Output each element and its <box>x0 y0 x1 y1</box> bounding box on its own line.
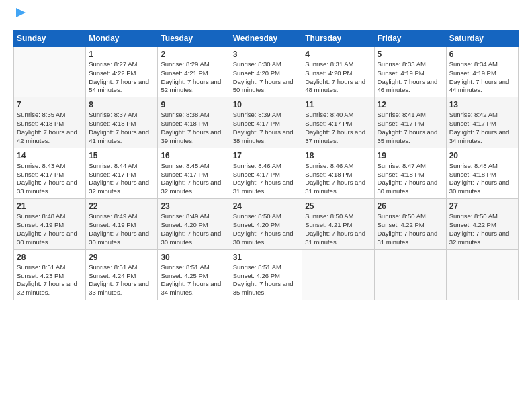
calendar-week-2: 7Sunrise: 8:35 AM Sunset: 4:18 PM Daylig… <box>14 97 519 148</box>
day-info: Sunrise: 8:51 AM Sunset: 4:25 PM Dayligh… <box>161 263 226 298</box>
day-number: 7 <box>17 99 83 110</box>
day-info: Sunrise: 8:49 AM Sunset: 4:19 PM Dayligh… <box>89 212 154 246</box>
calendar-cell: 5Sunrise: 8:33 AM Sunset: 4:19 PM Daylig… <box>374 46 446 97</box>
calendar-cell: 2Sunrise: 8:29 AM Sunset: 4:21 PM Daylig… <box>158 46 230 97</box>
day-number: 29 <box>89 252 154 263</box>
day-number: 27 <box>449 201 515 212</box>
day-number: 16 <box>161 150 226 161</box>
calendar-cell: 20Sunrise: 8:48 AM Sunset: 4:18 PM Dayli… <box>446 148 518 198</box>
calendar-body: 1Sunrise: 8:27 AM Sunset: 4:22 PM Daylig… <box>14 46 519 300</box>
day-info: Sunrise: 8:40 AM Sunset: 4:17 PM Dayligh… <box>305 111 371 145</box>
day-info: Sunrise: 8:50 AM Sunset: 4:22 PM Dayligh… <box>378 212 443 246</box>
calendar-cell <box>302 249 374 300</box>
day-number: 17 <box>233 150 300 161</box>
day-info: Sunrise: 8:50 AM Sunset: 4:22 PM Dayligh… <box>449 212 515 246</box>
calendar-week-4: 21Sunrise: 8:48 AM Sunset: 4:19 PM Dayli… <box>14 199 519 249</box>
logo-arrow-icon <box>15 7 27 19</box>
calendar-cell: 18Sunrise: 8:46 AM Sunset: 4:18 PM Dayli… <box>302 148 374 198</box>
day-info: Sunrise: 8:34 AM Sunset: 4:19 PM Dayligh… <box>449 60 515 95</box>
day-info: Sunrise: 8:51 AM Sunset: 4:26 PM Dayligh… <box>233 263 300 298</box>
day-info: Sunrise: 8:27 AM Sunset: 4:22 PM Dayligh… <box>89 60 154 95</box>
day-of-week-tuesday: Tuesday <box>158 30 230 46</box>
day-info: Sunrise: 8:33 AM Sunset: 4:19 PM Dayligh… <box>378 60 443 95</box>
day-number: 5 <box>378 49 443 60</box>
calendar-cell: 16Sunrise: 8:45 AM Sunset: 4:17 PM Dayli… <box>158 148 230 198</box>
day-info: Sunrise: 8:29 AM Sunset: 4:21 PM Dayligh… <box>161 60 226 95</box>
day-number: 4 <box>305 49 371 60</box>
day-info: Sunrise: 8:38 AM Sunset: 4:18 PM Dayligh… <box>161 111 226 145</box>
calendar-week-5: 28Sunrise: 8:51 AM Sunset: 4:23 PM Dayli… <box>14 249 519 300</box>
day-number: 31 <box>233 252 300 263</box>
day-info: Sunrise: 8:41 AM Sunset: 4:17 PM Dayligh… <box>378 111 443 145</box>
day-info: Sunrise: 8:30 AM Sunset: 4:20 PM Dayligh… <box>233 60 300 95</box>
calendar-week-1: 1Sunrise: 8:27 AM Sunset: 4:22 PM Daylig… <box>14 46 519 97</box>
calendar-cell: 13Sunrise: 8:42 AM Sunset: 4:17 PM Dayli… <box>446 97 518 148</box>
calendar-cell: 24Sunrise: 8:50 AM Sunset: 4:20 PM Dayli… <box>230 199 302 249</box>
calendar-cell: 29Sunrise: 8:51 AM Sunset: 4:24 PM Dayli… <box>86 249 158 300</box>
calendar-cell: 27Sunrise: 8:50 AM Sunset: 4:22 PM Dayli… <box>446 199 518 249</box>
day-info: Sunrise: 8:48 AM Sunset: 4:19 PM Dayligh… <box>17 212 83 246</box>
day-info: Sunrise: 8:48 AM Sunset: 4:18 PM Dayligh… <box>449 162 515 196</box>
day-info: Sunrise: 8:43 AM Sunset: 4:17 PM Dayligh… <box>17 162 83 196</box>
calendar-cell: 22Sunrise: 8:49 AM Sunset: 4:19 PM Dayli… <box>86 199 158 249</box>
day-number: 19 <box>378 150 443 161</box>
calendar-cell: 9Sunrise: 8:38 AM Sunset: 4:18 PM Daylig… <box>158 97 230 148</box>
calendar-cell: 19Sunrise: 8:47 AM Sunset: 4:18 PM Dayli… <box>374 148 446 198</box>
logo <box>13 11 27 24</box>
calendar-cell: 11Sunrise: 8:40 AM Sunset: 4:17 PM Dayli… <box>302 97 374 148</box>
day-of-week-friday: Friday <box>374 30 446 46</box>
calendar-cell: 31Sunrise: 8:51 AM Sunset: 4:26 PM Dayli… <box>230 249 302 300</box>
day-of-week-sunday: Sunday <box>14 30 86 46</box>
calendar-cell: 15Sunrise: 8:44 AM Sunset: 4:17 PM Dayli… <box>86 148 158 198</box>
day-number: 18 <box>305 150 371 161</box>
header <box>13 11 519 24</box>
calendar-cell: 30Sunrise: 8:51 AM Sunset: 4:25 PM Dayli… <box>158 249 230 300</box>
calendar-cell: 28Sunrise: 8:51 AM Sunset: 4:23 PM Dayli… <box>14 249 86 300</box>
page: SundayMondayTuesdayWednesdayThursdayFrid… <box>0 0 532 411</box>
day-number: 20 <box>449 150 515 161</box>
calendar-cell: 25Sunrise: 8:50 AM Sunset: 4:21 PM Dayli… <box>302 199 374 249</box>
calendar-cell: 26Sunrise: 8:50 AM Sunset: 4:22 PM Dayli… <box>374 199 446 249</box>
day-number: 24 <box>233 201 300 212</box>
calendar-cell: 8Sunrise: 8:37 AM Sunset: 4:18 PM Daylig… <box>86 97 158 148</box>
day-info: Sunrise: 8:45 AM Sunset: 4:17 PM Dayligh… <box>161 162 226 196</box>
calendar-cell: 17Sunrise: 8:46 AM Sunset: 4:17 PM Dayli… <box>230 148 302 198</box>
calendar-cell: 4Sunrise: 8:31 AM Sunset: 4:20 PM Daylig… <box>302 46 374 97</box>
svg-marker-0 <box>16 8 26 17</box>
calendar-cell: 23Sunrise: 8:49 AM Sunset: 4:20 PM Dayli… <box>158 199 230 249</box>
calendar-cell <box>374 249 446 300</box>
day-info: Sunrise: 8:50 AM Sunset: 4:20 PM Dayligh… <box>233 212 300 246</box>
day-number: 21 <box>17 201 83 212</box>
calendar-cell: 10Sunrise: 8:39 AM Sunset: 4:17 PM Dayli… <box>230 97 302 148</box>
day-number: 28 <box>17 252 83 263</box>
day-of-week-thursday: Thursday <box>302 30 374 46</box>
day-of-week-wednesday: Wednesday <box>230 30 302 46</box>
day-number: 1 <box>89 49 154 60</box>
day-info: Sunrise: 8:37 AM Sunset: 4:18 PM Dayligh… <box>89 111 154 145</box>
calendar-table: SundayMondayTuesdayWednesdayThursdayFrid… <box>13 30 519 300</box>
day-number: 3 <box>233 49 300 60</box>
day-info: Sunrise: 8:42 AM Sunset: 4:17 PM Dayligh… <box>449 111 515 145</box>
day-of-week-saturday: Saturday <box>446 30 518 46</box>
day-number: 13 <box>449 99 515 110</box>
day-info: Sunrise: 8:44 AM Sunset: 4:17 PM Dayligh… <box>89 162 154 196</box>
day-info: Sunrise: 8:49 AM Sunset: 4:20 PM Dayligh… <box>161 212 226 246</box>
day-info: Sunrise: 8:47 AM Sunset: 4:18 PM Dayligh… <box>378 162 443 196</box>
calendar-cell <box>14 46 86 97</box>
calendar-cell: 12Sunrise: 8:41 AM Sunset: 4:17 PM Dayli… <box>374 97 446 148</box>
calendar-cell: 7Sunrise: 8:35 AM Sunset: 4:18 PM Daylig… <box>14 97 86 148</box>
day-number: 2 <box>161 49 226 60</box>
day-number: 8 <box>89 99 154 110</box>
day-info: Sunrise: 8:51 AM Sunset: 4:24 PM Dayligh… <box>89 263 154 298</box>
day-number: 14 <box>17 150 83 161</box>
day-info: Sunrise: 8:46 AM Sunset: 4:18 PM Dayligh… <box>305 162 371 196</box>
day-number: 9 <box>161 99 226 110</box>
day-number: 11 <box>305 99 371 110</box>
calendar-header: SundayMondayTuesdayWednesdayThursdayFrid… <box>14 30 519 46</box>
day-info: Sunrise: 8:50 AM Sunset: 4:21 PM Dayligh… <box>305 212 371 246</box>
calendar-cell <box>446 249 518 300</box>
day-number: 12 <box>378 99 443 110</box>
calendar-cell: 6Sunrise: 8:34 AM Sunset: 4:19 PM Daylig… <box>446 46 518 97</box>
day-number: 10 <box>233 99 300 110</box>
day-of-week-monday: Monday <box>86 30 158 46</box>
